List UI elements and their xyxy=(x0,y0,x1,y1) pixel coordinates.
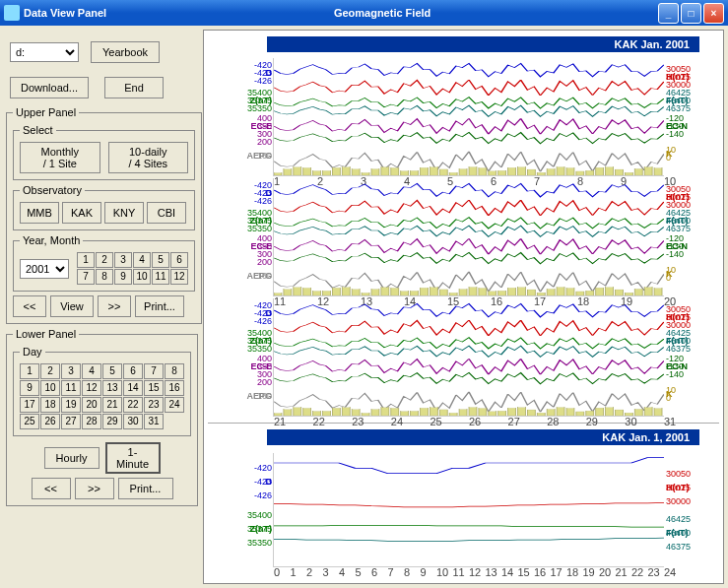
svg-rect-39 xyxy=(654,168,662,175)
lower-prev-button[interactable]: << xyxy=(32,478,71,499)
day-cell-3[interactable]: 3 xyxy=(61,363,81,379)
upper-panel-group: Upper Panel Select Monthly / 1 Site 10-d… xyxy=(6,106,202,324)
month-cell-5[interactable]: 5 xyxy=(152,252,169,268)
svg-rect-7 xyxy=(342,167,350,175)
day-cell-14[interactable]: 14 xyxy=(123,380,143,396)
day-cell-8[interactable]: 8 xyxy=(165,363,184,379)
day-cell-9[interactable]: 9 xyxy=(20,380,39,396)
svg-rect-109 xyxy=(557,408,564,416)
svg-rect-82 xyxy=(294,408,301,416)
svg-rect-69 xyxy=(557,288,564,295)
app-title: Data View Panel xyxy=(24,7,106,19)
month-cell-4[interactable]: 4 xyxy=(133,252,151,268)
observatory-group: Observatory MMB KAK KNY CBI xyxy=(13,184,195,230)
minute-button[interactable]: 1-Minute xyxy=(105,442,161,474)
month-grid: 123456789101112 xyxy=(77,252,188,285)
obs-cbi[interactable]: CBI xyxy=(147,202,186,224)
day-cell-11[interactable]: 11 xyxy=(61,380,81,396)
end-button[interactable]: End xyxy=(104,77,164,98)
upper-print-button[interactable]: Print... xyxy=(135,295,184,317)
month-cell-12[interactable]: 12 xyxy=(170,269,188,285)
day-cell-24[interactable]: 24 xyxy=(165,397,184,413)
month-cell-11[interactable]: 11 xyxy=(152,269,169,285)
month-cell-7[interactable]: 7 xyxy=(77,269,95,285)
drive-select[interactable]: d: xyxy=(10,42,79,62)
month-cell-10[interactable]: 10 xyxy=(133,269,151,285)
month-cell-1[interactable]: 1 xyxy=(77,252,95,268)
day-cell-7[interactable]: 7 xyxy=(144,363,164,379)
svg-rect-30 xyxy=(566,168,574,175)
close-button[interactable]: × xyxy=(703,3,724,24)
year-select[interactable]: 2001 xyxy=(20,259,69,279)
download-button[interactable]: Download... xyxy=(10,77,89,98)
tendaily-button[interactable]: 10-daily / 4 Sites xyxy=(108,142,189,173)
upper-view-button[interactable]: View xyxy=(50,295,94,317)
svg-rect-56 xyxy=(430,288,437,295)
yearbook-button[interactable]: Yearbook xyxy=(91,41,160,63)
day-cell-25[interactable]: 25 xyxy=(20,414,39,429)
day-cell-18[interactable]: 18 xyxy=(40,397,60,413)
monthly-button[interactable]: Monthly / 1 Site xyxy=(20,142,100,173)
day-cell-20[interactable]: 20 xyxy=(82,397,101,413)
svg-rect-92 xyxy=(391,409,399,416)
maximize-button[interactable]: □ xyxy=(681,3,701,24)
day-cell-29[interactable]: 29 xyxy=(102,414,122,429)
day-cell-28[interactable]: 28 xyxy=(82,414,101,429)
svg-rect-47 xyxy=(342,288,350,295)
month-cell-8[interactable]: 8 xyxy=(96,269,113,285)
day-cell-26[interactable]: 26 xyxy=(40,414,60,429)
svg-rect-79 xyxy=(654,289,662,295)
day-cell-2[interactable]: 2 xyxy=(40,363,60,379)
upper-next-button[interactable]: >> xyxy=(98,295,131,317)
day-cell-1[interactable]: 1 xyxy=(20,363,39,379)
day-cell-21[interactable]: 21 xyxy=(102,397,122,413)
svg-rect-21 xyxy=(479,168,487,175)
svg-rect-95 xyxy=(421,408,429,416)
day-cell-22[interactable]: 22 xyxy=(123,397,143,413)
svg-rect-104 xyxy=(508,408,516,416)
day-cell-19[interactable]: 19 xyxy=(61,397,81,413)
day-cell-10[interactable]: 10 xyxy=(40,380,60,396)
obs-kak[interactable]: KAK xyxy=(62,202,101,224)
day-cell-23[interactable]: 23 xyxy=(144,397,164,413)
svg-rect-3 xyxy=(303,168,311,175)
svg-rect-119 xyxy=(654,409,662,416)
svg-rect-61 xyxy=(479,289,487,295)
day-grid: 1234567891011121314151617181920212223242… xyxy=(20,363,184,429)
month-cell-2[interactable]: 2 xyxy=(96,252,113,268)
day-cell-16[interactable]: 16 xyxy=(165,380,184,396)
month-cell-3[interactable]: 3 xyxy=(114,252,132,268)
svg-rect-11 xyxy=(381,167,389,175)
minimize-button[interactable]: _ xyxy=(658,3,679,24)
svg-rect-101 xyxy=(479,409,487,416)
svg-rect-15 xyxy=(421,167,429,175)
day-cell-6[interactable]: 6 xyxy=(123,363,143,379)
svg-rect-12 xyxy=(391,168,399,175)
svg-rect-105 xyxy=(518,408,526,416)
lower-next-button[interactable]: >> xyxy=(75,478,114,499)
svg-rect-83 xyxy=(303,409,311,416)
day-cell-17[interactable]: 17 xyxy=(20,397,39,413)
day-cell-30[interactable]: 30 xyxy=(123,414,143,429)
day-cell-12[interactable]: 12 xyxy=(82,380,101,396)
obs-mmb[interactable]: MMB xyxy=(20,202,59,224)
day-cell-13[interactable]: 13 xyxy=(102,380,122,396)
chart-strip-3: -420-423-426D354003537535350Z(nT)4003503… xyxy=(273,298,664,417)
obs-kny[interactable]: KNY xyxy=(104,202,144,224)
svg-rect-78 xyxy=(644,288,652,295)
svg-rect-100 xyxy=(469,408,477,416)
month-cell-6[interactable]: 6 xyxy=(170,252,188,268)
month-cell-9[interactable]: 9 xyxy=(114,269,132,285)
chart-header-daily: KAK Jan. 1, 2001 xyxy=(267,429,699,445)
day-cell-15[interactable]: 15 xyxy=(144,380,164,396)
svg-rect-87 xyxy=(342,408,350,416)
day-cell-4[interactable]: 4 xyxy=(82,363,101,379)
svg-rect-113 xyxy=(596,408,604,416)
upper-prev-button[interactable]: << xyxy=(13,295,46,317)
chart-header-monthly: KAK Jan. 2001 xyxy=(267,36,699,52)
hourly-button[interactable]: Hourly xyxy=(44,447,99,469)
lower-print-button[interactable]: Print... xyxy=(118,478,173,499)
day-cell-31[interactable]: 31 xyxy=(144,414,164,429)
day-cell-5[interactable]: 5 xyxy=(102,363,122,379)
day-cell-27[interactable]: 27 xyxy=(61,414,81,429)
